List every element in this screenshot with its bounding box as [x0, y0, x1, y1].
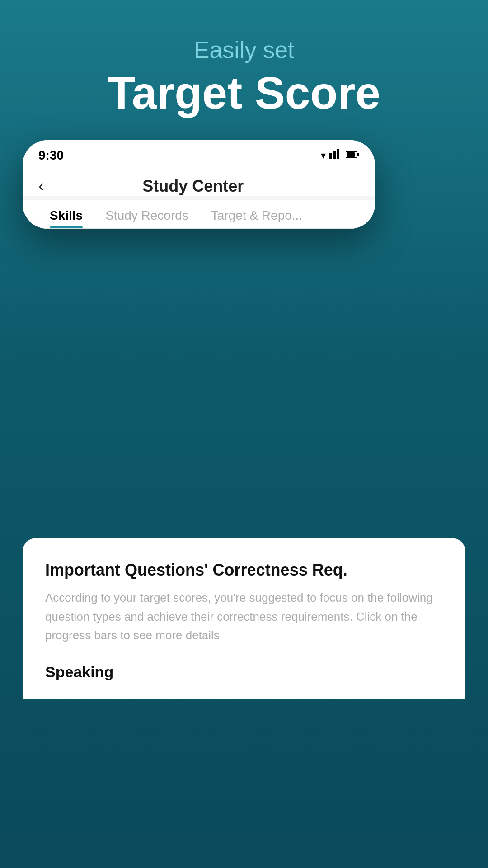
- svg-rect-1: [333, 151, 336, 159]
- svg-rect-5: [347, 152, 355, 157]
- svg-rect-2: [337, 149, 339, 159]
- important-questions-title: Important Questions' Correctness Req.: [45, 561, 443, 580]
- important-questions-desc: According to your target scores, you're …: [45, 589, 443, 645]
- hero-title: Target Score: [27, 68, 461, 118]
- tab-skills[interactable]: Skills: [38, 200, 94, 228]
- hero-section: Easily set Target Score: [0, 0, 488, 145]
- app-header: ‹ Study Center: [23, 167, 375, 196]
- tab-target-report[interactable]: Target & Repo...: [200, 200, 314, 228]
- tab-study-records[interactable]: Study Records: [94, 200, 200, 228]
- hero-subtitle: Easily set: [27, 36, 461, 63]
- battery-icon: [346, 150, 359, 161]
- phone-mockup: 9:30 ▾ ‹ Study Center: [23, 140, 375, 229]
- svg-rect-0: [329, 153, 332, 159]
- bottom-section: Important Questions' Correctness Req. Ac…: [23, 538, 465, 699]
- status-bar: 9:30 ▾: [23, 140, 375, 167]
- speaking-subtitle: Speaking: [45, 663, 443, 681]
- app-title: Study Center: [53, 177, 333, 196]
- svg-rect-4: [357, 153, 359, 156]
- back-button[interactable]: ‹: [38, 176, 44, 196]
- tab-bar: Skills Study Records Target & Repo...: [23, 200, 375, 229]
- wifi-icon: ▾: [321, 150, 326, 161]
- status-time: 9:30: [38, 148, 64, 163]
- status-icons: ▾: [321, 149, 359, 162]
- signal-icon: [329, 149, 342, 162]
